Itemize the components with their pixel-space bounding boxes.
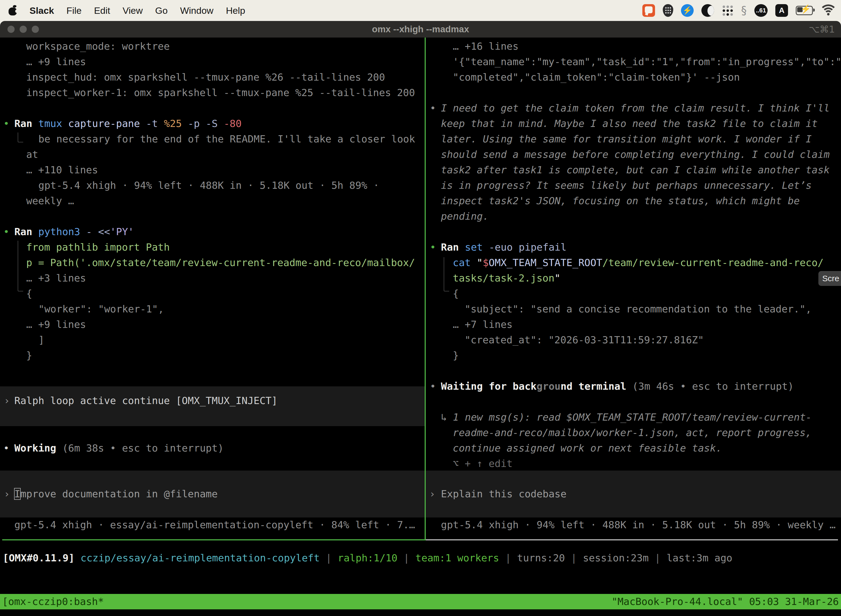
ran-tmux-command: Ran tmux capture-pane -t %25 -p -S -80 <box>14 116 242 131</box>
omx-status-line: [OMX#0.11.9] cczip/essay/ai-reimplementa… <box>3 550 732 566</box>
shield-icon[interactable] <box>663 4 673 17</box>
omx-last: last:3m ago <box>667 552 732 563</box>
output-line: } <box>26 348 32 363</box>
collapsed-lines-note: … +9 lines <box>26 54 86 70</box>
output-corner-guide <box>18 132 23 142</box>
thinking-line: pending. <box>441 209 489 224</box>
output-line: workspace_mode: worktree <box>26 39 170 54</box>
pane-divider[interactable] <box>425 38 426 540</box>
dots-grid-icon[interactable] <box>722 5 733 16</box>
collapsed-lines-note: … +3 lines <box>26 270 86 286</box>
mailbox-note-line: readme-and-reco/mailbox/worker-1.json, a… <box>453 425 812 440</box>
output-line: inspect_worker-1: omx sparkshell --tmux-… <box>26 85 415 100</box>
working-status: Working (6m 38s • esc to interrupt) <box>14 440 224 456</box>
waiting-status: Waiting for background terminal (3m 46s … <box>441 378 794 394</box>
output-line: at <box>26 147 38 162</box>
window-titlebar[interactable]: omx --xhigh --madmax ⌥⌘1 <box>0 21 841 38</box>
model-status-right: gpt-5.4 xhigh · 94% left · 488K in · 5.1… <box>441 517 835 532</box>
code-block-guide <box>444 257 449 292</box>
menu-edit[interactable]: Edit <box>94 5 110 16</box>
tmux-session-name: [omx-cczip0:bash* <box>2 594 104 609</box>
output-line: "subject": "send a concise recommendatio… <box>464 301 812 317</box>
menu-go[interactable]: Go <box>155 5 167 16</box>
mailbox-note-line: ↳ 1 new msg(s): read $OMX_TEAM_STATE_ROO… <box>441 409 812 425</box>
code-line: from pathlib import Path <box>26 239 170 255</box>
output-line: inspect_hud: omx sparkshell --tmux-pane … <box>26 70 385 85</box>
window-titlebar-strip: omx --xhigh --madmax ⌥⌘1 <box>0 21 841 38</box>
ran-bullet: • <box>430 239 436 255</box>
menu-bar: Slack File Edit View Go Window Help ⚡ § … <box>0 0 841 21</box>
output-line: be necessary for the end of the README. … <box>38 131 415 147</box>
working-bullet: • <box>3 440 9 456</box>
window-title: omx --xhigh --madmax <box>0 21 841 38</box>
ran-bullet: • <box>3 224 9 239</box>
text-cursor: I <box>14 488 21 500</box>
screen-tooltip: Scre <box>818 271 841 286</box>
thinking-bullet: • <box>430 100 436 116</box>
s-curve-icon[interactable]: § <box>741 4 747 17</box>
input-prompt: › <box>4 486 10 502</box>
input-source-icon[interactable]: A <box>775 4 788 17</box>
ran-bullet: • <box>3 116 9 131</box>
input-prompt: › <box>429 486 435 502</box>
screen: Slack File Edit View Go Window Help ⚡ § … <box>0 0 841 616</box>
ran-set-command: Ran set -euo pipefail <box>441 239 567 255</box>
model-status-left: gpt-5.4 xhigh · essay/ai-reimplementatio… <box>14 517 415 532</box>
waiting-bullet: • <box>430 378 436 394</box>
cat-command-line: tasks/task-2.json" <box>453 270 560 286</box>
wifi-icon[interactable] <box>820 4 836 16</box>
omx-ralph: ralph:1/10 <box>338 552 398 563</box>
output-line: gpt-5.4 xhigh · 94% left · 488K in · 5.1… <box>38 178 379 193</box>
collapsed-lines-note: … +16 lines <box>453 39 519 54</box>
omx-turns: turns:20 <box>517 552 565 563</box>
edit-hint: ⌥ + ↑ edit <box>453 456 513 471</box>
output-line: "created_at": "2026-03-31T11:59:27.816Z" <box>464 332 704 348</box>
chat-app-icon[interactable] <box>642 4 655 17</box>
thinking-line: should send a message before completing … <box>441 147 830 162</box>
omx-team: team:1 workers <box>416 552 499 563</box>
tmux-status-bar: [omx-cczip0:bash* "MacBook-Pro-44.local"… <box>0 594 841 609</box>
thinking-line: inspect task2's JSON, focusing on the st… <box>441 193 800 209</box>
menu-bar-left: Slack File Edit View Go Window Help <box>0 5 245 16</box>
menu-app-name[interactable]: Slack <box>29 5 54 16</box>
thinking-line: I need to get the claim token from the c… <box>441 100 830 116</box>
ran-python-command: Ran python3 - <<'PY' <box>14 224 134 239</box>
output-line: '{"team_name":"my-team","task_id":"1","f… <box>453 54 841 70</box>
crescent-disk-icon[interactable] <box>701 4 714 17</box>
thinking-line: task2 after task1 is complete, but can I… <box>441 162 830 178</box>
collapsed-lines-note: … +110 lines <box>26 162 98 178</box>
active-pane-border <box>2 539 425 540</box>
window-shortcut-hint: ⌥⌘1 <box>809 21 835 38</box>
omx-repo: cczip/essay/ai-reimplementation-copyleft <box>81 552 320 563</box>
menu-view[interactable]: View <box>123 5 143 16</box>
thinking-line: later. Using the same for transition mig… <box>441 131 812 147</box>
menu-help[interactable]: Help <box>226 5 245 16</box>
percent-badge-icon[interactable]: ..61 <box>755 4 768 17</box>
omx-session: session:23m <box>583 552 648 563</box>
menu-window[interactable]: Window <box>180 5 214 16</box>
terminal: workspace_mode: worktree … +9 lines insp… <box>0 38 841 594</box>
code-line: p = Path('.omx/state/team/review-current… <box>26 255 415 270</box>
prompt-input-right[interactable]: › Explain this codebase <box>426 471 841 518</box>
output-line: weekly … <box>26 193 74 209</box>
omx-version: [OMX#0.11.9] <box>3 552 81 563</box>
collapsed-lines-note: … +7 lines <box>453 317 513 332</box>
output-line: "worker": "worker-1", <box>38 301 164 317</box>
tmux-host-clock: "MacBook-Pro-44.local" 05:03 31-Mar-26 <box>611 594 839 609</box>
messenger-icon[interactable]: ⚡ <box>681 4 694 17</box>
code-block-guide <box>18 241 23 292</box>
mailbox-note-line: continue assigned work or next feasible … <box>453 440 722 456</box>
banner-text: Ralph loop active continue [OMX_TMUX_INJ… <box>14 393 278 408</box>
menu-bar-status-icons: ⚡ § ..61 A ⚡ <box>642 4 841 17</box>
output-line: { <box>453 286 459 301</box>
output-line: } <box>453 348 459 363</box>
apple-menu-icon[interactable] <box>8 5 17 16</box>
input-placeholder: Explain this codebase <box>441 486 567 502</box>
inject-banner: › Ralph loop active continue [OMX_TMUX_I… <box>0 386 425 426</box>
output-line: ] <box>38 332 44 348</box>
prompt-input-left[interactable]: › Improve documentation in @filename <box>0 471 425 518</box>
battery-icon[interactable]: ⚡ <box>796 6 813 15</box>
input-placeholder: Improve documentation in @filename <box>14 486 218 502</box>
bolt-glyph: ⚡ <box>683 6 692 15</box>
menu-file[interactable]: File <box>66 5 82 16</box>
